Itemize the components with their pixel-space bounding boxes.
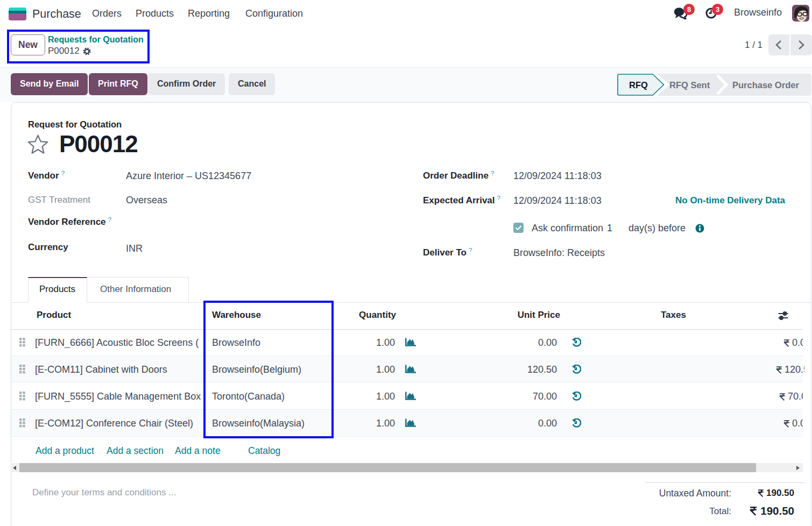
svg-text:RFQ Sent: RFQ Sent bbox=[669, 80, 710, 90]
svg-text:RFQ: RFQ bbox=[629, 80, 648, 90]
svg-text:Purchase Order: Purchase Order bbox=[732, 80, 799, 90]
